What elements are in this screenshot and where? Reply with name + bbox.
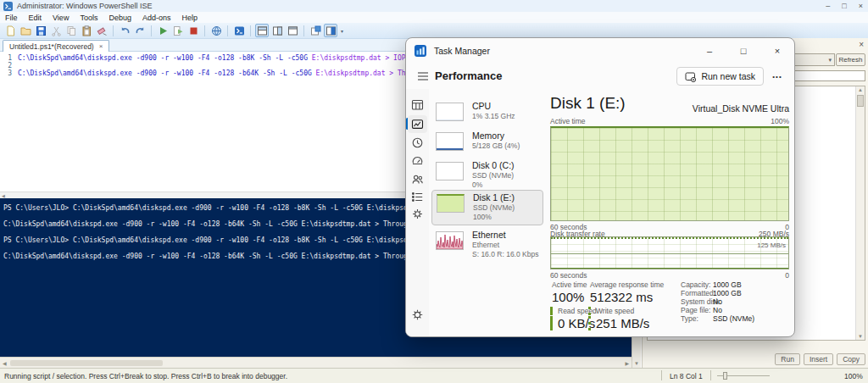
response-time-value: 512322 ms — [590, 290, 653, 304]
nav-users-icon[interactable] — [408, 170, 427, 188]
run-script-icon[interactable] — [156, 24, 170, 37]
perf-item-cpu[interactable]: CPU1% 3.15 GHz — [431, 99, 543, 128]
disk0-sparkline — [436, 162, 464, 180]
remote-powershell-tab-icon[interactable] — [209, 24, 223, 37]
ise-close-button[interactable]: × — [859, 2, 863, 10]
ise-window-title: Administrator: Windows PowerShell ISE — [17, 2, 153, 10]
scroll-down-icon[interactable]: ▼ — [858, 334, 863, 339]
disk-detail-panel: Disk 1 (E:) Virtual_Disk NVME Ultra Acti… — [550, 89, 791, 337]
menu-edit[interactable]: Edit — [29, 14, 42, 22]
settings-gear-icon[interactable] — [408, 306, 427, 324]
tm-close-button[interactable]: × — [760, 38, 794, 64]
paste-icon[interactable] — [80, 24, 93, 37]
nav-app-history-icon[interactable] — [408, 134, 427, 152]
disk-type-value: SSD (NVMe) — [713, 314, 754, 323]
disk-title: Disk 1 (E:) — [550, 94, 626, 113]
capacity-value: 1000 GB — [713, 280, 742, 289]
scrollbar-thumb[interactable] — [857, 95, 864, 107]
scroll-up-icon[interactable]: ▲ — [858, 87, 863, 92]
show-script-pane-maximized-icon[interactable] — [286, 24, 299, 37]
save-script-icon[interactable] — [34, 24, 47, 37]
ise-maximize-button[interactable]: □ — [842, 2, 846, 10]
perf-item-disk0[interactable]: Disk 0 (C:)SSD (NVMe)0% — [431, 158, 543, 189]
refresh-button[interactable]: Refresh — [836, 53, 865, 66]
perf-item-disk1[interactable]: Disk 1 (E:)SSD (NVMe)100% — [431, 190, 543, 225]
nav-startup-apps-icon[interactable] — [408, 151, 427, 169]
stop-operation-icon[interactable] — [186, 24, 200, 37]
commands-list-scrollbar[interactable]: ▲ ▼ — [855, 86, 865, 340]
scroll-left-icon[interactable]: ◀ — [2, 193, 5, 198]
task-manager-window: Task Manager – □ × Performance Run new t… — [405, 37, 795, 337]
cpu-sparkline — [436, 103, 464, 121]
clear-console-icon[interactable] — [95, 24, 108, 37]
menu-view[interactable]: View — [53, 14, 69, 22]
script-tab-close-icon[interactable]: × — [99, 42, 103, 50]
disk1-sparkline — [437, 194, 465, 213]
scroll-right-icon[interactable]: ▶ — [625, 360, 629, 366]
start-powershell-icon[interactable] — [232, 24, 246, 37]
open-script-icon[interactable] — [19, 24, 32, 37]
disk-model: Virtual_Disk NVME Ultra — [693, 103, 789, 114]
show-script-pane-top-icon[interactable] — [255, 24, 269, 37]
task-manager-icon — [415, 45, 426, 57]
page-title: Performance — [435, 69, 502, 82]
menu-help[interactable]: Help — [181, 14, 198, 22]
insert-button[interactable]: Insert — [804, 353, 833, 365]
hamburger-menu-icon[interactable] — [413, 67, 433, 86]
response-time-label: Average response time — [590, 280, 664, 289]
console-horizontal-scrollbar[interactable]: ◀ ▶ — [0, 357, 632, 368]
menu-addons[interactable]: Add-ons — [142, 14, 171, 22]
run-new-task-button[interactable]: Run new task — [676, 67, 764, 86]
run-button[interactable]: Run — [775, 353, 800, 365]
nav-processes-icon[interactable] — [408, 96, 427, 114]
toolbar-overflow-icon[interactable]: ▾ — [341, 28, 343, 34]
commands-pane-close-icon[interactable]: × — [859, 40, 864, 49]
scroll-down-icon[interactable]: ▼ — [634, 361, 639, 366]
task-manager-header: Performance Run new task ••• — [406, 64, 794, 89]
ise-minimize-button[interactable]: – — [826, 2, 830, 10]
redo-icon[interactable] — [133, 24, 147, 37]
run-selection-icon[interactable] — [171, 24, 185, 37]
new-powershell-tab-icon[interactable] — [309, 24, 322, 37]
active-time-stat-value: 100% — [552, 290, 584, 304]
scrollbar-thumb[interactable] — [10, 360, 163, 366]
transfer-x-right: 0 — [785, 271, 789, 280]
menu-tools[interactable]: Tools — [80, 14, 97, 22]
performance-metric-list: CPU1% 3.15 GHz Memory5/128 GB (4%) Disk … — [430, 89, 545, 337]
midline-label: 125 MB/s — [757, 241, 786, 249]
capacity-label: Capacity: — [681, 280, 710, 289]
chevron-down-icon: ▾ — [828, 57, 832, 64]
menu-debug[interactable]: Debug — [108, 14, 131, 22]
active-time-chart — [550, 126, 789, 221]
copy-button[interactable]: Copy — [837, 353, 865, 365]
show-script-pane-right-icon[interactable] — [270, 24, 284, 37]
ethernet-sparkline — [436, 231, 464, 250]
task-manager-title: Task Manager — [434, 46, 490, 56]
ise-statusbar: Running script / selection. Press Ctrl+B… — [0, 368, 868, 383]
page-file-label: Page file: — [681, 306, 710, 314]
write-speed-value: 251 MB/s — [588, 316, 649, 330]
nav-performance-icon[interactable] — [408, 115, 427, 133]
read-speed-line — [551, 268, 788, 269]
nav-details-icon[interactable] — [408, 188, 427, 206]
zoom-slider-thumb[interactable] — [723, 372, 727, 380]
perf-item-ethernet[interactable]: EthernetEthernetS: 16.0 R: 16.0 Kbps — [431, 228, 543, 260]
menu-file[interactable]: File — [5, 14, 18, 22]
cut-icon[interactable] — [49, 24, 63, 37]
screen: Administrator: Windows PowerShell ISE – … — [0, 0, 868, 383]
scroll-left-icon[interactable]: ◀ — [3, 360, 7, 366]
nav-services-icon[interactable] — [408, 205, 427, 223]
script-tab-label: Untitled1.ps1*(Recovered) — [9, 42, 94, 51]
formatted-value: 1000 GB — [713, 289, 742, 297]
copy-icon[interactable] — [64, 24, 78, 37]
tm-maximize-button[interactable]: □ — [726, 38, 760, 64]
memory-sparkline — [436, 132, 464, 151]
script-tab[interactable]: Untitled1.ps1*(Recovered) × — [3, 40, 109, 52]
tm-minimize-button[interactable]: – — [693, 38, 726, 64]
new-script-icon[interactable] — [3, 24, 17, 37]
undo-icon[interactable] — [118, 24, 131, 37]
show-commands-pane-icon[interactable] — [324, 24, 337, 37]
perf-item-memory[interactable]: Memory5/128 GB (4%) — [431, 129, 543, 158]
task-manager-titlebar[interactable]: Task Manager – □ × — [406, 38, 794, 64]
more-options-icon[interactable]: ••• — [767, 67, 787, 86]
